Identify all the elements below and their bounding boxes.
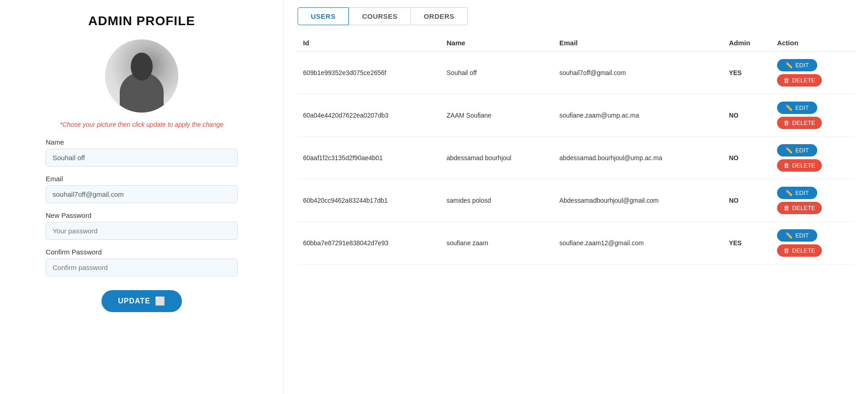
cell-action: ✏️ EDIT 🗑 DELETE (772, 222, 854, 264)
edit-icon: ✏️ (785, 62, 793, 69)
cell-id: 609b1e99352e3d075ce2656f (298, 52, 441, 94)
table-row: 60b420cc9462a83244b17db1 samides polosd … (298, 179, 854, 222)
cell-id: 60bba7e87291e838042d7e93 (298, 222, 441, 264)
delete-label: DELETE (792, 119, 815, 126)
delete-label: DELETE (792, 247, 815, 254)
edit-button[interactable]: ✏️ EDIT (777, 144, 817, 157)
edit-button[interactable]: ✏️ EDIT (777, 59, 817, 71)
cell-admin: NO (724, 137, 772, 179)
edit-label: EDIT (795, 62, 809, 69)
edit-button[interactable]: ✏️ EDIT (777, 102, 817, 114)
cell-email: soufiane.zaam12@gmail.com (554, 222, 724, 264)
edit-label: EDIT (795, 147, 809, 154)
col-header-admin: Admin (724, 34, 772, 52)
cell-name: soufiane zaam (441, 222, 554, 264)
cell-id: 60b420cc9462a83244b17db1 (298, 179, 441, 222)
table-row: 609b1e99352e3d075ce2656f Souhail off sou… (298, 52, 854, 94)
name-label: Name (46, 138, 238, 146)
col-header-email: Email (554, 34, 724, 52)
edit-label: EDIT (795, 189, 809, 196)
edit-button[interactable]: ✏️ EDIT (777, 229, 817, 242)
left-panel: ADMIN PROFILE *Chose your picture then c… (0, 0, 283, 394)
delete-label: DELETE (792, 205, 815, 211)
edit-icon: ✏️ (785, 189, 793, 196)
cell-action: ✏️ EDIT 🗑 DELETE (772, 137, 854, 179)
cell-id: 60a04e4420d7622ea0207db3 (298, 94, 441, 137)
email-label: Email (46, 175, 238, 183)
cell-name: Souhail off (441, 52, 554, 94)
delete-button[interactable]: 🗑 DELETE (777, 74, 822, 86)
delete-button[interactable]: 🗑 DELETE (777, 202, 822, 214)
cell-action: ✏️ EDIT 🗑 DELETE (772, 52, 854, 94)
delete-button[interactable]: 🗑 DELETE (777, 117, 822, 129)
delete-icon: 🗑 (783, 162, 789, 169)
new-password-input[interactable] (46, 222, 238, 240)
cell-name: samides polosd (441, 179, 554, 222)
col-header-id: Id (298, 34, 441, 52)
cell-email: abdessamad.bourhjoul@ump.ac.ma (554, 137, 724, 179)
delete-icon: 🗑 (783, 119, 789, 126)
tabs-container: USERS COURSES ORDERS (298, 7, 854, 25)
tab-users[interactable]: USERS (298, 7, 349, 25)
right-panel: USERS COURSES ORDERS Id Name Email Admin… (283, 0, 868, 394)
edit-icon: ✏️ (785, 147, 793, 154)
delete-icon: 🗑 (783, 247, 789, 254)
confirm-password-label: Confirm Password (46, 248, 238, 256)
update-icon: ⬜ (155, 296, 165, 306)
cell-action: ✏️ EDIT 🗑 DELETE (772, 94, 854, 137)
col-header-action: Action (772, 34, 854, 52)
delete-button[interactable]: 🗑 DELETE (777, 244, 822, 257)
new-password-label: New Password (46, 211, 238, 219)
cell-email: souhail7off@gmail.com (554, 52, 724, 94)
cell-name: abdessamad bourhjoul (441, 137, 554, 179)
new-password-field-group: New Password (46, 211, 238, 240)
email-field-group: Email (46, 175, 238, 203)
admin-title: ADMIN PROFILE (88, 14, 195, 28)
confirm-password-input[interactable] (46, 259, 238, 276)
cell-email: soufiane.zaam@ump.ac.ma (554, 94, 724, 137)
avatar-hint: *Chose your picture then click update to… (60, 121, 224, 128)
update-button[interactable]: UPDATE ⬜ (101, 290, 182, 312)
cell-admin: NO (724, 179, 772, 222)
delete-button[interactable]: 🗑 DELETE (777, 159, 822, 172)
table-row: 60bba7e87291e838042d7e93 soufiane zaam s… (298, 222, 854, 264)
edit-label: EDIT (795, 104, 809, 111)
delete-label: DELETE (792, 77, 815, 84)
cell-name: ZAAM Soufiane (441, 94, 554, 137)
edit-label: EDIT (795, 232, 809, 239)
table-row: 60aaf1f2c3135d2f90ae4b01 abdessamad bour… (298, 137, 854, 179)
name-field-group: Name (46, 138, 238, 167)
cell-admin: YES (724, 222, 772, 264)
cell-admin: YES (724, 52, 772, 94)
delete-label: DELETE (792, 162, 815, 169)
update-button-label: UPDATE (118, 297, 150, 305)
edit-icon: ✏️ (785, 232, 793, 239)
table-row: 60a04e4420d7622ea0207db3 ZAAM Soufiane s… (298, 94, 854, 137)
tab-courses[interactable]: COURSES (349, 7, 411, 25)
confirm-password-field-group: Confirm Password (46, 248, 238, 276)
cell-admin: NO (724, 94, 772, 137)
name-input[interactable] (46, 149, 238, 167)
edit-icon: ✏️ (785, 104, 793, 111)
delete-icon: 🗑 (783, 205, 789, 211)
email-input[interactable] (46, 185, 238, 203)
cell-email: Abdessamadbourhjoul@gmail.com (554, 179, 724, 222)
delete-icon: 🗑 (783, 77, 789, 84)
cell-action: ✏️ EDIT 🗑 DELETE (772, 179, 854, 222)
avatar[interactable] (105, 39, 178, 113)
cell-id: 60aaf1f2c3135d2f90ae4b01 (298, 137, 441, 179)
users-table: Id Name Email Admin Action 609b1e99352e3… (298, 34, 854, 264)
tab-orders[interactable]: ORDERS (411, 7, 468, 25)
col-header-name: Name (441, 34, 554, 52)
edit-button[interactable]: ✏️ EDIT (777, 187, 817, 199)
